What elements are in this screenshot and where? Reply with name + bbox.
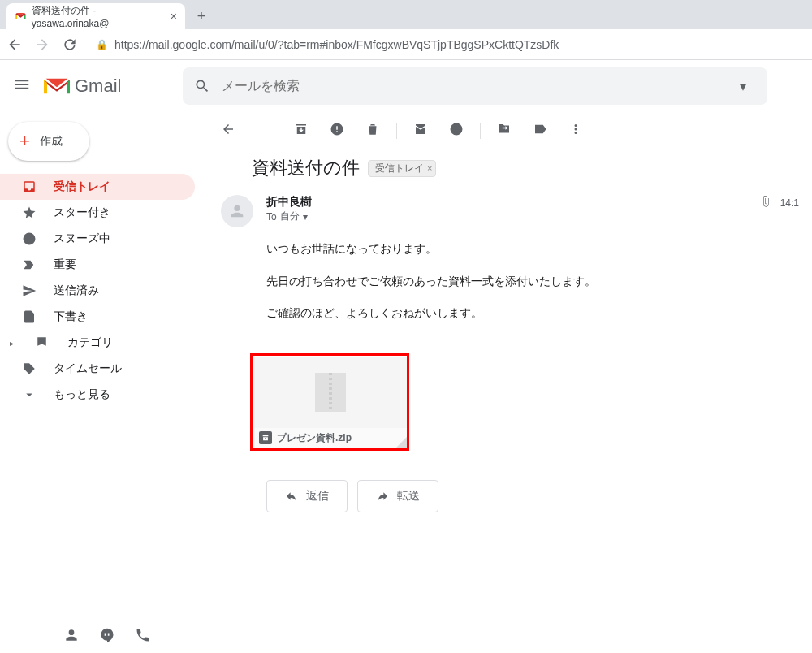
- sidebar: + 作成 受信トレイ スター付き スヌーズ中 重要 送信済み: [0, 112, 208, 621]
- archive-icon[interactable]: [294, 122, 309, 140]
- reply-button[interactable]: 返信: [266, 480, 348, 512]
- label-chip[interactable]: 受信トレイ ×: [368, 160, 436, 177]
- gmail-logo[interactable]: Gmail: [44, 76, 121, 97]
- sidebar-item-label: 受信トレイ: [54, 179, 110, 194]
- email-body: いつもお世話になっております。 先日の打ち合わせでご依頼のあった資料一式を添付い…: [208, 227, 812, 350]
- sidebar-item-important[interactable]: 重要: [0, 252, 195, 278]
- chevron-down-icon: [21, 387, 37, 402]
- browser-tab-strip: 資料送付の件 - yasawa.orinaka@ × +: [0, 0, 812, 29]
- move-to-icon[interactable]: [497, 122, 512, 140]
- spam-icon[interactable]: [330, 122, 344, 140]
- reply-icon: [285, 490, 298, 503]
- sidebar-item-snoozed[interactable]: スヌーズ中: [0, 226, 195, 252]
- new-tab-button[interactable]: +: [190, 5, 213, 28]
- compose-button[interactable]: + 作成: [8, 122, 89, 161]
- sidebar-item-inbox[interactable]: 受信トレイ: [0, 174, 195, 200]
- mark-unread-icon[interactable]: [413, 122, 428, 140]
- plus-icon: +: [19, 131, 30, 152]
- archive-file-icon: [259, 431, 272, 444]
- lock-icon: 🔒: [96, 39, 108, 50]
- attachment-highlight: プレゼン資料.zip: [250, 353, 409, 451]
- email-time: 14:1: [780, 197, 799, 209]
- contacts-icon[interactable]: [63, 627, 80, 647]
- chevron-down-icon: ▾: [303, 211, 308, 223]
- sidebar-item-label: スター付き: [54, 205, 110, 220]
- search-input[interactable]: [222, 79, 728, 93]
- attachment-preview: [254, 357, 407, 428]
- sidebar-item-more[interactable]: もっと見る: [0, 382, 195, 408]
- sidebar-item-sent[interactable]: 送信済み: [0, 278, 195, 304]
- browser-tab[interactable]: 資料送付の件 - yasawa.orinaka@ ×: [6, 3, 185, 29]
- close-tab-icon[interactable]: ×: [171, 10, 177, 23]
- browser-toolbar: 🔒 https://mail.google.com/mail/u/0/?tab=…: [0, 29, 812, 60]
- clock-icon: [21, 231, 37, 246]
- reload-icon[interactable]: [62, 37, 78, 53]
- sender-name: 折中良樹: [266, 195, 746, 210]
- gmail-header: Gmail ▾: [0, 60, 812, 112]
- recipient-line[interactable]: To 自分 ▾: [266, 210, 746, 223]
- back-icon[interactable]: [6, 37, 23, 53]
- caret-right-icon: ▸: [10, 339, 14, 348]
- sidebar-item-label: 送信済み: [54, 283, 99, 298]
- sidebar-item-label: 重要: [54, 257, 76, 272]
- labels-icon[interactable]: [533, 122, 547, 140]
- attachment-card[interactable]: プレゼン資料.zip: [254, 357, 407, 448]
- email-toolbar: [208, 122, 812, 154]
- url-text: https://mail.google.com/mail/u/0/?tab=rm…: [114, 38, 559, 51]
- tag-icon: [21, 361, 37, 376]
- sidebar-item-starred[interactable]: スター付き: [0, 200, 195, 226]
- delete-icon[interactable]: [365, 122, 380, 140]
- sidebar-item-label: もっと見る: [54, 387, 110, 402]
- email-subject: 資料送付の件: [252, 156, 360, 180]
- forward-button[interactable]: 転送: [357, 480, 438, 512]
- remove-label-icon[interactable]: ×: [427, 163, 432, 173]
- sidebar-item-drafts[interactable]: 下書き: [0, 304, 195, 330]
- email-content: 資料送付の件 受信トレイ × 折中良樹 To 自分 ▾ 14:1 い: [208, 112, 812, 621]
- more-icon[interactable]: [568, 122, 583, 140]
- label-icon: [35, 335, 51, 350]
- snooze-icon[interactable]: [449, 122, 464, 140]
- search-bar[interactable]: ▾: [183, 67, 767, 105]
- footer-icons: [63, 627, 151, 647]
- address-bar[interactable]: 🔒 https://mail.google.com/mail/u/0/?tab=…: [89, 38, 806, 51]
- gmail-product-name: Gmail: [75, 76, 121, 97]
- sidebar-item-label: 下書き: [54, 309, 88, 324]
- sender-avatar[interactable]: [221, 195, 253, 227]
- label-chip-text: 受信トレイ: [375, 162, 424, 175]
- forward-icon[interactable]: [34, 37, 50, 53]
- search-icon: [194, 78, 210, 94]
- star-icon: [21, 205, 37, 220]
- gmail-favicon: [15, 10, 27, 23]
- inbox-icon: [21, 179, 37, 194]
- search-options-icon[interactable]: ▾: [740, 79, 756, 94]
- attachment-filename: プレゼン資料.zip: [277, 431, 352, 445]
- sidebar-item-label: カテゴリ: [67, 335, 113, 350]
- send-icon: [21, 283, 37, 298]
- sidebar-item-categories[interactable]: ▸ カテゴリ: [0, 330, 195, 356]
- compose-label: 作成: [40, 134, 63, 149]
- back-to-inbox-icon[interactable]: [221, 122, 235, 140]
- zip-file-icon: [315, 373, 346, 412]
- hamburger-menu-icon[interactable]: [13, 76, 31, 97]
- sidebar-item-label: スヌーズ中: [54, 231, 110, 246]
- hangouts-icon[interactable]: [99, 627, 115, 647]
- sidebar-item-promotions[interactable]: タイムセール: [0, 356, 195, 382]
- attachment-indicator-icon: [759, 195, 772, 210]
- tab-title: 資料送付の件 - yasawa.orinaka@: [32, 4, 166, 29]
- phone-icon[interactable]: [135, 627, 151, 647]
- forward-icon: [376, 490, 389, 503]
- important-icon: [21, 257, 37, 272]
- sidebar-item-label: タイムセール: [54, 361, 122, 376]
- draft-icon: [21, 309, 37, 324]
